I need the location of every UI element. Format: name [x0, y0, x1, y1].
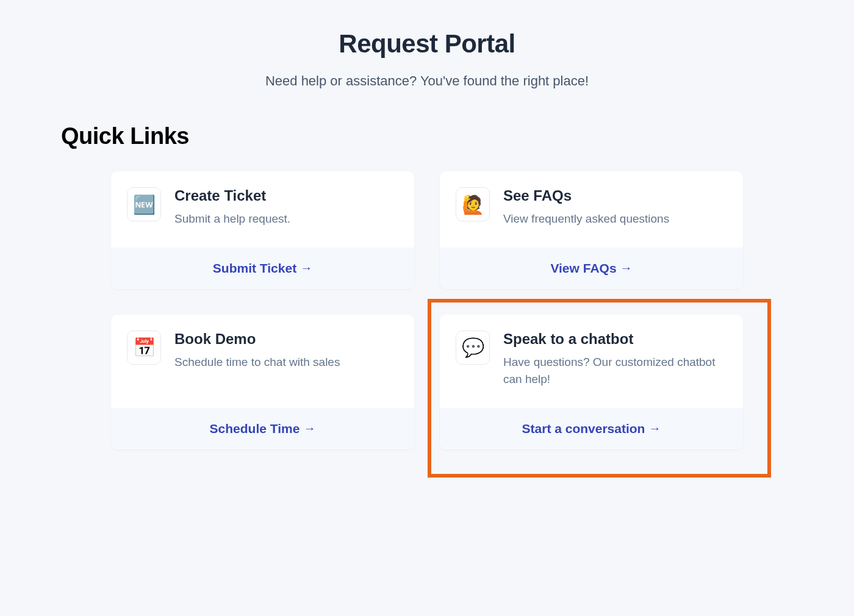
card-desc: Have questions? Our customized chatbot c…	[503, 354, 727, 389]
card-title: Create Ticket	[174, 187, 398, 204]
quick-links-grid: 🆕 Create Ticket Submit a help request. S…	[61, 171, 793, 449]
card-title: Speak to a chatbot	[503, 331, 727, 348]
arrow-right-icon: →	[620, 261, 633, 275]
card-create-ticket: 🆕 Create Ticket Submit a help request. S…	[111, 171, 414, 289]
arrow-right-icon: →	[648, 421, 661, 435]
page-header: Request Portal Need help or assistance? …	[61, 29, 793, 89]
card-title: Book Demo	[174, 331, 398, 348]
card-book-demo: 📅 Book Demo Schedule time to chat with s…	[111, 315, 414, 449]
card-desc: Schedule time to chat with sales	[174, 354, 398, 371]
submit-ticket-link[interactable]: Submit Ticket →	[213, 261, 312, 276]
schedule-time-link[interactable]: Schedule Time →	[210, 421, 316, 436]
card-title: See FAQs	[503, 187, 727, 204]
action-label: Submit Ticket	[213, 261, 296, 276]
card-desc: Submit a help request.	[174, 210, 398, 228]
card-see-faqs: 🙋 See FAQs View frequently asked questio…	[440, 171, 743, 289]
calendar-icon: 📅	[127, 331, 161, 365]
card-speak-to-chatbot: 💬 Speak to a chatbot Have questions? Our…	[440, 315, 743, 449]
card-desc: View frequently asked questions	[503, 210, 727, 228]
new-icon: 🆕	[127, 187, 161, 221]
arrow-right-icon: →	[303, 421, 315, 435]
action-label: Schedule Time	[210, 421, 300, 436]
page-title: Request Portal	[61, 29, 793, 59]
page-subtitle: Need help or assistance? You've found th…	[61, 73, 793, 89]
section-title-quick-links: Quick Links	[61, 123, 793, 149]
speech-bubble-icon: 💬	[456, 331, 490, 365]
arrow-right-icon: →	[300, 261, 312, 275]
action-label: Start a conversation	[522, 421, 645, 436]
action-label: View FAQs	[550, 261, 616, 276]
person-raising-hand-icon: 🙋	[456, 187, 490, 221]
start-conversation-link[interactable]: Start a conversation →	[522, 421, 661, 436]
view-faqs-link[interactable]: View FAQs →	[550, 261, 632, 276]
